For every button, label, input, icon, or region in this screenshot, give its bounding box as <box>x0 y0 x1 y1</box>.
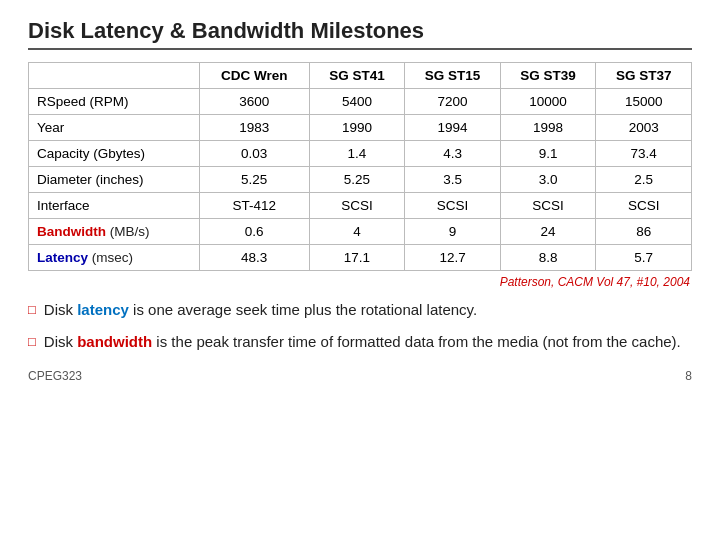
bullet-item: □Disk latency is one average seek time p… <box>28 299 692 321</box>
row-cell: 9.1 <box>500 141 596 167</box>
row-cell: 17.1 <box>309 245 405 271</box>
row-label: RSpeed (RPM) <box>29 89 200 115</box>
page-title: Disk Latency & Bandwidth Milestones <box>28 18 692 50</box>
row-cell: 3.0 <box>500 167 596 193</box>
col-header-SGST41: SG ST41 <box>309 63 405 89</box>
row-cell: 24 <box>500 219 596 245</box>
row-cell: 10000 <box>500 89 596 115</box>
table-row: InterfaceST-412SCSISCSISCSISCSI <box>29 193 692 219</box>
row-cell: 12.7 <box>405 245 501 271</box>
row-cell: 1.4 <box>309 141 405 167</box>
row-cell: 1994 <box>405 115 501 141</box>
table-row: RSpeed (RPM)3600540072001000015000 <box>29 89 692 115</box>
bullets-section: □Disk latency is one average seek time p… <box>28 299 692 353</box>
row-cell: 5.25 <box>309 167 405 193</box>
row-cell: SCSI <box>500 193 596 219</box>
row-cell: 1983 <box>199 115 309 141</box>
row-cell: 5400 <box>309 89 405 115</box>
bullet-text: Disk bandwidth is the peak transfer time… <box>44 331 681 353</box>
row-cell: 4.3 <box>405 141 501 167</box>
bullet-item: □Disk bandwidth is the peak transfer tim… <box>28 331 692 353</box>
highlight-word: bandwidth <box>77 333 152 350</box>
row-cell: 2003 <box>596 115 692 141</box>
row-label: Bandwidth (MB/s) <box>29 219 200 245</box>
row-cell: 4 <box>309 219 405 245</box>
row-cell: SCSI <box>405 193 501 219</box>
col-header-SGST39: SG ST39 <box>500 63 596 89</box>
row-cell: 5.25 <box>199 167 309 193</box>
bullet-icon: □ <box>28 334 36 349</box>
table-row: Bandwidth (MB/s)0.6492486 <box>29 219 692 245</box>
col-header-CDCWren: CDC Wren <box>199 63 309 89</box>
row-label: Interface <box>29 193 200 219</box>
highlight-word: latency <box>77 301 129 318</box>
row-label: Capacity (Gbytes) <box>29 141 200 167</box>
row-cell: 5.7 <box>596 245 692 271</box>
row-cell: 1990 <box>309 115 405 141</box>
table-row: Capacity (Gbytes)0.031.44.39.173.4 <box>29 141 692 167</box>
row-cell: SCSI <box>596 193 692 219</box>
row-cell: 2.5 <box>596 167 692 193</box>
col-header-SGST15: SG ST15 <box>405 63 501 89</box>
footer: CPEG323 8 <box>28 369 692 383</box>
row-label: Diameter (inches) <box>29 167 200 193</box>
bullet-text: Disk latency is one average seek time pl… <box>44 299 477 321</box>
row-cell: 86 <box>596 219 692 245</box>
row-cell: 15000 <box>596 89 692 115</box>
row-cell: 3.5 <box>405 167 501 193</box>
table-row: Latency (msec)48.317.112.78.85.7 <box>29 245 692 271</box>
row-cell: 0.03 <box>199 141 309 167</box>
footer-right: 8 <box>685 369 692 383</box>
col-header-label <box>29 63 200 89</box>
row-label: Latency (msec) <box>29 245 200 271</box>
citation: Patterson, CACM Vol 47, #10, 2004 <box>28 275 692 289</box>
row-cell: 7200 <box>405 89 501 115</box>
row-cell: 1998 <box>500 115 596 141</box>
row-cell: 8.8 <box>500 245 596 271</box>
table-row: Year19831990199419982003 <box>29 115 692 141</box>
footer-left: CPEG323 <box>28 369 82 383</box>
table-row: Diameter (inches)5.255.253.53.02.5 <box>29 167 692 193</box>
col-header-SGST37: SG ST37 <box>596 63 692 89</box>
bullet-icon: □ <box>28 302 36 317</box>
row-cell: 73.4 <box>596 141 692 167</box>
row-cell: 9 <box>405 219 501 245</box>
row-label: Year <box>29 115 200 141</box>
row-cell: 3600 <box>199 89 309 115</box>
milestones-table: CDC WrenSG ST41SG ST15SG ST39SG ST37 RSp… <box>28 62 692 271</box>
row-cell: ST-412 <box>199 193 309 219</box>
row-cell: 48.3 <box>199 245 309 271</box>
row-cell: 0.6 <box>199 219 309 245</box>
row-cell: SCSI <box>309 193 405 219</box>
